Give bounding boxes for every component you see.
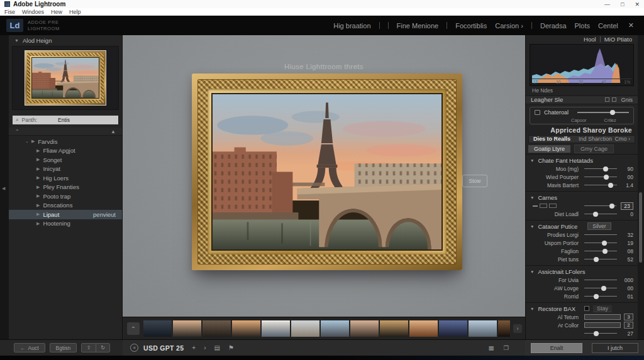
slider-row[interactable]: Wied Pourper00 bbox=[530, 173, 633, 181]
slider-row[interactable]: 27 bbox=[530, 329, 633, 337]
slider-handle[interactable] bbox=[609, 204, 614, 209]
filmstrip-thumbnail[interactable] bbox=[380, 320, 408, 337]
tree-item-hootening[interactable]: ▶Hootening bbox=[9, 219, 122, 229]
panel-header[interactable]: ▼Recstore BAXStay bbox=[530, 304, 633, 313]
slider-track[interactable] bbox=[584, 333, 617, 334]
slider-row[interactable]: Ar Collor2 bbox=[530, 321, 633, 329]
text-input[interactable] bbox=[584, 322, 621, 328]
tab-photo-info[interactable]: MiO Ptiato bbox=[604, 36, 632, 43]
slider-row[interactable]: Diet Loadl0 bbox=[530, 210, 633, 218]
tree-item-inicyat[interactable]: ▶Inicyat bbox=[9, 165, 122, 174]
filmstrip-thumbnail[interactable] bbox=[439, 320, 467, 337]
tree-item-pooto-trap[interactable]: ▶Pooto trap bbox=[9, 192, 122, 201]
filmstrip-thumbnail[interactable] bbox=[173, 320, 201, 337]
left-panel-rail[interactable]: ◀ bbox=[0, 35, 9, 356]
upload-icon[interactable]: ⇧ bbox=[82, 344, 96, 352]
sync-icon[interactable]: ↻ bbox=[96, 344, 109, 352]
tool-heal-icon[interactable] bbox=[612, 97, 616, 102]
module-tab-focortiblis[interactable]: Focortiblis bbox=[455, 22, 487, 30]
slider-row[interactable]: AW Lovge00 bbox=[530, 284, 633, 292]
tree-item-pley-fnanties[interactable]: ▶Pley Fnanties bbox=[9, 183, 122, 192]
histogram[interactable]: 171031471% bbox=[530, 44, 634, 85]
style-value[interactable]: Gmy Cage bbox=[574, 145, 614, 153]
profile-row[interactable]: Dies to Realls Ind Sharction Cmo › bbox=[528, 135, 635, 143]
grid-icon[interactable]: ▤ bbox=[214, 344, 219, 351]
slider-track[interactable] bbox=[584, 185, 617, 186]
auct-button[interactable]: ← Auct bbox=[14, 343, 45, 352]
scrollbar-thumb[interactable] bbox=[639, 192, 642, 263]
search-field[interactable]: ⌕ Panth: Entis bbox=[13, 116, 118, 124]
view-frame-icon[interactable]: ❒ bbox=[503, 344, 509, 351]
profile-browse[interactable]: Cmo › bbox=[615, 136, 631, 142]
stow-button[interactable]: Stow bbox=[462, 175, 487, 187]
menu-windows[interactable]: Windoes bbox=[22, 9, 44, 15]
filmstrip-thumbnail[interactable] bbox=[321, 320, 349, 337]
right-scrollbar[interactable] bbox=[638, 35, 644, 339]
menu-view[interactable]: Hew bbox=[51, 9, 62, 15]
enalt-button[interactable]: Enalt bbox=[531, 343, 582, 353]
slider-row[interactable]: Uspom Portior19 bbox=[530, 239, 633, 247]
slider-row[interactable]: 23 bbox=[530, 202, 633, 210]
filmstrip-thumbnail[interactable] bbox=[203, 320, 231, 337]
adjustment-tool-row[interactable]: Chateroal Capoor Crilez bbox=[530, 107, 634, 124]
brush-tool-icon[interactable] bbox=[535, 110, 540, 115]
module-tab-plots[interactable]: Plots bbox=[575, 22, 590, 30]
slider-track[interactable] bbox=[584, 168, 617, 170]
next-icon[interactable]: › bbox=[204, 344, 206, 351]
tree-item-dnscations[interactable]: ▶Dnscations bbox=[9, 201, 122, 210]
curve-button-icon[interactable] bbox=[549, 204, 557, 208]
flag-icon[interactable]: ⚑ bbox=[228, 344, 234, 351]
style-label[interactable]: Goatip Ltyre bbox=[528, 145, 570, 153]
tree-panel-icon[interactable]: ▲ bbox=[111, 129, 116, 134]
add-icon[interactable]: + bbox=[192, 344, 196, 351]
slider-handle[interactable] bbox=[602, 249, 608, 254]
slider-row[interactable]: Al Teturn3 bbox=[530, 313, 633, 321]
filmstrip-thumbnail[interactable] bbox=[232, 320, 260, 337]
tree-item-hig-loers[interactable]: ▶Hig Loers bbox=[9, 173, 122, 183]
slider-row[interactable]: For Uvia000 bbox=[530, 276, 633, 284]
tools-right-label[interactable]: Gnis bbox=[621, 97, 633, 103]
module-tab-centel[interactable]: Centel bbox=[598, 22, 618, 30]
slider-handle[interactable] bbox=[603, 166, 608, 172]
module-close-icon[interactable]: ✕ bbox=[628, 21, 634, 30]
slider-handle[interactable] bbox=[602, 241, 607, 246]
module-tab-deradsa[interactable]: Deradsa bbox=[540, 22, 567, 30]
panel-header[interactable]: ▼Carnes bbox=[530, 193, 633, 202]
engine-label[interactable]: USD GPT 25 bbox=[143, 344, 184, 352]
slider-track[interactable] bbox=[584, 280, 617, 281]
slider-row[interactable]: Moo (mg)90 bbox=[530, 165, 633, 173]
menu-help[interactable]: Help bbox=[69, 9, 81, 15]
tree-item-lipaut[interactable]: ▶Lipautpenvieut bbox=[9, 210, 122, 219]
tree-item-songet[interactable]: ▶Songet bbox=[9, 155, 122, 165]
slider-row[interactable]: Mavis Bartert1.4 bbox=[530, 181, 633, 189]
module-tab-fine-menione[interactable]: Fine Menione bbox=[397, 22, 439, 30]
slider-row[interactable]: Piet tuns52 bbox=[530, 255, 633, 263]
point-curve-buttons[interactable] bbox=[530, 204, 584, 208]
navigator-header[interactable]: ▼ Alod Heign bbox=[9, 35, 122, 46]
module-tab-carsion-[interactable]: Carsion › bbox=[495, 22, 523, 30]
panel-checkbox[interactable] bbox=[584, 306, 589, 311]
slider-row[interactable]: Faglion08 bbox=[530, 247, 633, 255]
filmstrip-prev-button[interactable]: ⌃ bbox=[127, 322, 140, 335]
text-input[interactable] bbox=[584, 314, 621, 320]
filmstrip-thumbnail[interactable] bbox=[291, 320, 319, 337]
panel-header[interactable]: ▼Chate Fant Hetatads bbox=[530, 156, 633, 165]
close-button[interactable]: ✕ bbox=[635, 1, 640, 8]
slider-handle[interactable] bbox=[594, 331, 599, 336]
slider-track[interactable] bbox=[584, 288, 617, 289]
slider-track[interactable] bbox=[584, 296, 617, 297]
slider-handle[interactable] bbox=[594, 257, 599, 262]
curve-button-icon[interactable] bbox=[540, 204, 547, 208]
slider-track[interactable] bbox=[584, 177, 617, 178]
maximize-button[interactable]: □ bbox=[621, 1, 624, 8]
tree-item-fliaw-apgjot[interactable]: ▶Fliaw Apgjot bbox=[9, 146, 122, 156]
slider-row[interactable]: Prodies Lorgi32 bbox=[530, 231, 633, 239]
tool-crop-icon[interactable] bbox=[605, 97, 609, 102]
filmstrip-thumbnail[interactable] bbox=[262, 320, 290, 337]
slider-track[interactable] bbox=[584, 214, 617, 215]
slider-track[interactable] bbox=[584, 205, 616, 207]
engine-badge-icon[interactable]: ≡ bbox=[130, 344, 138, 352]
slider-row[interactable]: Rorrid01 bbox=[530, 292, 633, 300]
slider-handle[interactable] bbox=[594, 294, 599, 299]
tool-slider[interactable] bbox=[577, 112, 629, 113]
